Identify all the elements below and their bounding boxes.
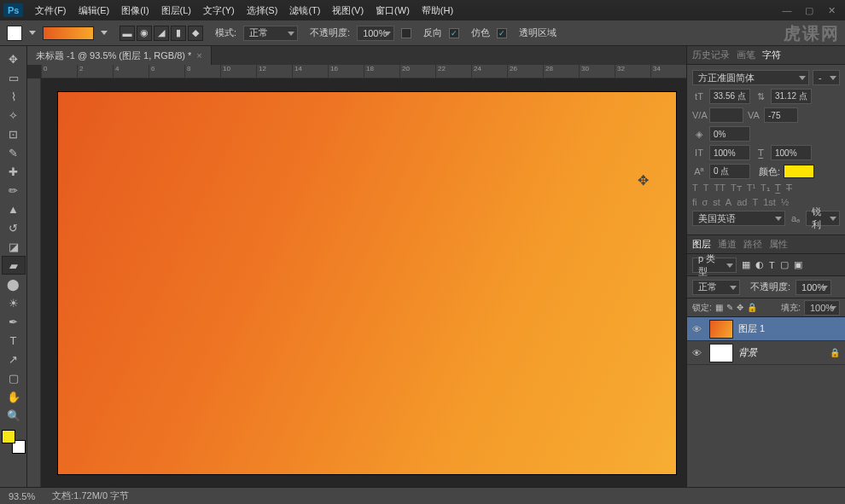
filter-type-icon[interactable]: T [769,260,775,270]
smallcaps-button[interactable]: Tᴛ [731,182,742,194]
gradient-reflected-icon[interactable]: ▮ [171,26,186,41]
document-tab[interactable]: 未标题 -1 @ 93.5% (图层 1, RGB/8) * × [27,46,212,65]
heal-tool-icon[interactable]: ✚ [2,162,26,181]
font-size-field[interactable]: 33.56 点 [709,89,750,104]
menu-view[interactable]: 视图(V) [327,2,369,20]
subscript-button[interactable]: T₁ [760,182,770,194]
doc-info[interactable]: 文档:1.72M/0 字节 [52,490,129,502]
type-tool-icon[interactable]: T [2,331,26,350]
blur-tool-icon[interactable]: ⬤ [2,275,26,293]
gradient-diamond-icon[interactable]: ◆ [188,26,203,41]
tool-preset-menu[interactable] [29,31,36,35]
menu-select[interactable]: 选择(S) [242,2,283,20]
ruler-horizontal[interactable]: 0246810121416182022242628303234 [41,65,686,78]
bold-button[interactable]: T [692,182,698,194]
ot-fi[interactable]: fi [692,197,697,207]
color-swatches[interactable] [2,430,26,454]
shape-tool-icon[interactable]: ▢ [2,368,26,387]
lock-all-icon[interactable]: 🔒 [747,303,757,312]
canvas[interactable] [58,92,676,474]
path-tool-icon[interactable]: ↗ [2,350,26,368]
layer-thumbnail[interactable] [709,320,733,339]
hscale-field[interactable]: 100% [771,145,812,160]
baseline-scale-field[interactable]: 0% [709,126,750,142]
layer-thumbnail[interactable] [709,344,733,362]
lasso-tool-icon[interactable]: ⌇ [2,87,26,106]
filter-smart-icon[interactable]: ▣ [794,259,802,270]
maximize-button[interactable]: ▢ [804,5,814,16]
dither-checkbox[interactable]: ✓ [449,28,459,38]
menu-type[interactable]: 文字(Y) [198,2,240,20]
tracking-field[interactable]: -75 [764,107,798,123]
minimize-button[interactable]: — [782,5,792,16]
tab-properties[interactable]: 属性 [769,238,788,251]
ot-swash[interactable]: A [726,197,731,207]
leading-field[interactable]: 31.12 点 [771,89,812,104]
tab-layers[interactable]: 图层 [692,238,711,251]
vscale-field[interactable]: 100% [709,145,750,160]
menu-filter[interactable]: 滤镜(T) [284,2,325,20]
ot-half[interactable]: ½ [781,197,789,207]
baseline-shift-field[interactable]: 0 点 [709,164,750,179]
gradient-tool-icon[interactable]: ▰ [2,256,26,275]
eraser-tool-icon[interactable]: ◪ [2,237,26,256]
gradient-preview[interactable] [43,26,94,40]
gradient-angle-icon[interactable]: ◢ [154,26,169,41]
dodge-tool-icon[interactable]: ☀ [2,293,26,312]
history-brush-icon[interactable]: ↺ [2,218,26,237]
superscript-button[interactable]: T¹ [747,182,755,194]
pen-tool-icon[interactable]: ✒ [2,312,26,331]
font-style-select[interactable]: - [813,70,840,85]
tool-preset[interactable] [7,26,22,41]
ruler-vertical[interactable] [27,78,41,487]
font-family-select[interactable]: 方正准圆简体 [692,70,809,85]
blend-mode-select[interactable]: 正常 [243,26,298,41]
layer-blend-select[interactable]: 正常 [692,280,740,295]
text-color-swatch[interactable] [784,165,814,178]
layer-row[interactable]: 👁 图层 1 [687,317,845,341]
visibility-icon[interactable]: 👁 [692,348,704,358]
layer-opacity-field[interactable]: 100% [795,280,831,295]
filter-pixel-icon[interactable]: ▦ [742,259,750,270]
filter-adjust-icon[interactable]: ◐ [755,259,764,270]
tab-channels[interactable]: 通道 [718,238,737,251]
zoom-level[interactable]: 93.5% [9,491,35,501]
antialias-select[interactable]: 锐利 [806,211,840,226]
kerning-field[interactable] [709,107,743,123]
crop-tool-icon[interactable]: ⊡ [2,125,26,143]
eyedropper-tool-icon[interactable]: ✎ [2,143,26,162]
ot-st[interactable]: st [713,197,720,207]
tab-paths[interactable]: 路径 [743,238,762,251]
close-button[interactable]: ✕ [826,5,836,16]
layer-filter-select[interactable]: p 类型 [692,258,737,273]
menu-edit[interactable]: 编辑(E) [73,2,115,20]
ot-sigma[interactable]: σ [702,197,708,207]
tab-history[interactable]: 历史记录 [692,49,730,61]
menu-help[interactable]: 帮助(H) [417,2,458,20]
transparency-checkbox[interactable]: ✓ [497,28,507,38]
layer-row[interactable]: 👁 背景 🔒 [687,341,845,365]
reverse-checkbox[interactable] [401,28,411,38]
allcaps-button[interactable]: TT [714,182,725,194]
menu-layer[interactable]: 图层(L) [156,2,196,20]
strike-button[interactable]: T̶ [786,182,792,194]
gradient-picker[interactable] [101,31,108,35]
language-select[interactable]: 美国英语 [692,211,785,226]
tab-character[interactable]: 字符 [762,49,781,61]
gradient-linear-icon[interactable]: ▬ [119,26,135,41]
layer-name[interactable]: 背景 [738,346,757,359]
visibility-icon[interactable]: 👁 [692,324,704,334]
tab-close-icon[interactable]: × [196,50,201,61]
layer-name[interactable]: 图层 1 [738,322,765,335]
ot-fractions[interactable]: 1st [763,197,776,207]
lock-trans-icon[interactable]: ▦ [715,303,723,312]
stamp-tool-icon[interactable]: ▲ [2,200,26,218]
layer-fill-field[interactable]: 100% [804,300,840,316]
opacity-field[interactable]: 100% [357,26,394,41]
hand-tool-icon[interactable]: ✋ [2,387,26,406]
lock-pos-icon[interactable]: ✥ [737,303,743,312]
filter-shape-icon[interactable]: ▢ [780,259,789,270]
menu-image[interactable]: 图像(I) [116,2,154,20]
move-tool-icon[interactable]: ✥ [2,49,26,68]
gradient-radial-icon[interactable]: ◉ [137,26,152,41]
